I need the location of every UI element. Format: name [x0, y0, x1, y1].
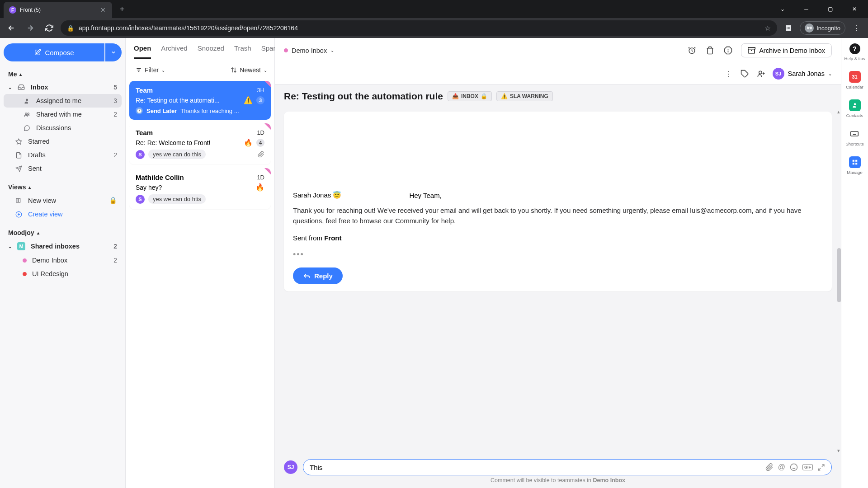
archive-button[interactable]: Archive in Demo Inbox [741, 43, 832, 57]
assignee-chip[interactable]: SJ Sarah Jonas ⌄ [773, 68, 832, 80]
reload-button[interactable] [42, 20, 57, 36]
new-tab-button[interactable]: + [116, 3, 128, 15]
left-sidebar: Compose Me ▴ ⌄ Inbox 5 Assigned to me 3 [0, 38, 126, 488]
rail-shortcuts[interactable]: Shortcuts [845, 128, 863, 146]
spam-icon[interactable] [723, 46, 733, 56]
assignee-name: Sarah Jonas [788, 70, 825, 77]
tab-trash[interactable]: Trash [234, 44, 251, 59]
nav-inbox[interactable]: ⌄ Inbox 5 [4, 80, 122, 94]
nav-new-view[interactable]: New view 🔒 [4, 193, 122, 207]
close-window-icon[interactable]: ✕ [844, 2, 864, 16]
section-views[interactable]: Views ▴ [4, 181, 122, 193]
fire-icon: 🔥 [244, 138, 253, 147]
keyboard-icon [849, 128, 860, 140]
message-scroll[interactable]: ▴ Sarah Jonas 😇 Hey Team, Thank you for … [275, 108, 841, 455]
nav-discussions-label: Discussions [36, 124, 117, 131]
url-box[interactable]: 🔒 app.frontapp.com/inboxes/teammates/156… [61, 20, 777, 36]
tabs-dropdown-icon[interactable]: ⌄ [772, 2, 793, 16]
back-button[interactable] [4, 20, 19, 36]
browser-menu-icon[interactable]: ⋮ [849, 20, 864, 36]
nav-shared-inboxes[interactable]: ⌄ M Shared inboxes 2 [4, 239, 122, 253]
archive-label: Archive in Demo Inbox [759, 47, 825, 54]
chevron-up-icon: ▴ [19, 72, 22, 77]
comment-hint: Comment will be visible to teammates in … [275, 477, 841, 488]
conversation-card[interactable]: Team 1D Re: Re: Welcome to Front! 🔥 4 S … [129, 123, 271, 164]
nav-drafts[interactable]: Drafts 2 [4, 148, 122, 162]
trash-icon[interactable] [705, 46, 715, 56]
tab-open[interactable]: Open [134, 44, 151, 59]
rail-manage[interactable]: Manage [847, 156, 862, 175]
comment-input[interactable] [310, 464, 761, 471]
rail-help[interactable]: ? Help & tips [844, 43, 865, 61]
nav-create-view-label: Create view [28, 211, 117, 218]
section-moodjoy-label: Moodjoy [8, 229, 34, 236]
main-toolbar: Demo Inbox ⌄ Archive in Demo Inbox [275, 38, 841, 63]
inbox-chip[interactable]: Demo Inbox ⌄ [284, 47, 334, 54]
gif-icon[interactable]: GIF [802, 464, 813, 470]
nav-demo-inbox[interactable]: Demo Inbox 2 [4, 253, 122, 267]
clock-icon: 🕐 [136, 107, 143, 114]
priority-corner-icon [264, 123, 271, 130]
section-me[interactable]: Me ▴ [4, 68, 122, 80]
extensions-icon[interactable] [781, 20, 796, 36]
conversation-card[interactable]: Team 3H Re: Testing out the automati... … [129, 81, 271, 120]
minimize-icon[interactable]: ─ [796, 2, 816, 16]
conversation-list[interactable]: Team 3H Re: Testing out the automati... … [126, 81, 274, 488]
browser-tab[interactable]: F Front (5) ✕ [4, 2, 112, 18]
tag-icon[interactable] [740, 69, 750, 79]
incognito-badge[interactable]: 🕶 Incognito [800, 21, 845, 35]
nav-assigned-to-me[interactable]: Assigned to me 3 [4, 94, 122, 108]
message-count-badge: 3 [256, 96, 264, 104]
rail-calendar[interactable]: 31 Calendar [846, 71, 863, 89]
nav-create-view[interactable]: Create view [4, 207, 122, 221]
tab-title: Front (5) [20, 7, 96, 13]
attachment-icon[interactable] [765, 463, 774, 471]
comment-chip: yes we can do htis [148, 194, 206, 204]
svg-rect-28 [851, 131, 859, 136]
nav-discussions[interactable]: Discussions [4, 121, 122, 135]
sort-button[interactable]: Newest ⌄ [231, 66, 267, 74]
filter-button[interactable]: Filter ⌄ [133, 65, 168, 75]
rail-contacts[interactable]: Contacts [846, 99, 863, 118]
maximize-icon[interactable]: ▢ [820, 2, 840, 16]
add-participant-icon[interactable] [756, 69, 766, 79]
reply-button[interactable]: Reply [293, 267, 343, 284]
nav-shared-count: 2 [113, 111, 117, 118]
calendar-icon: 31 [849, 71, 861, 83]
svg-rect-35 [855, 160, 857, 162]
snooze-icon[interactable] [687, 46, 697, 56]
svg-line-26 [818, 468, 821, 470]
nav-starred[interactable]: Starred [4, 135, 122, 148]
expand-icon[interactable] [817, 464, 825, 471]
inbox-pill[interactable]: 📥 INBOX 🔒 [448, 91, 492, 101]
subject-row: Re: Testing out the automation rule 📥 IN… [275, 84, 841, 108]
forward-button[interactable] [23, 20, 38, 36]
emoji-icon[interactable] [790, 463, 798, 471]
nav-ui-redesign[interactable]: UI Redesign [4, 267, 122, 281]
mention-icon[interactable]: @ [778, 463, 785, 471]
compose-dropdown-button[interactable] [105, 43, 122, 61]
more-icon[interactable]: ⋮ [724, 69, 734, 79]
nav-shared-with-me[interactable]: Shared with me 2 [4, 108, 122, 121]
conversation-card[interactable]: Mathilde Collin 1D Say hey? 🔥 S yes we c… [129, 168, 271, 209]
close-tab-icon[interactable]: ✕ [99, 6, 107, 14]
convo-subject: Re: Re: Welcome to Front! [136, 139, 240, 146]
message-count-badge: 4 [256, 139, 264, 147]
section-moodjoy[interactable]: Moodjoy ▴ [4, 226, 122, 239]
tab-archived[interactable]: Archived [161, 44, 187, 59]
comment-box[interactable]: @ GIF [303, 459, 832, 475]
tab-snoozed[interactable]: Snoozed [198, 44, 224, 59]
nav-sent[interactable]: Sent [4, 162, 122, 175]
sla-warning-pill[interactable]: ⚠️ SLA WARNING [496, 91, 553, 101]
conversation-panel: Open Archived Snoozed Trash Spam Filter … [126, 38, 275, 488]
expand-quoted-icon[interactable]: ••• [293, 250, 823, 259]
compose-button[interactable]: Compose [4, 43, 104, 61]
bookmark-star-icon[interactable]: ☆ [764, 24, 771, 33]
scroll-down-icon[interactable]: ▾ [837, 448, 840, 454]
inbox-icon [17, 84, 25, 91]
nav-sent-label: Sent [28, 165, 117, 172]
convo-preview: Thanks for reaching ... [180, 108, 264, 114]
nav-inbox-label: Inbox [31, 84, 108, 91]
scroll-up-icon[interactable]: ▴ [837, 109, 840, 115]
scrollbar-thumb[interactable] [837, 248, 841, 302]
